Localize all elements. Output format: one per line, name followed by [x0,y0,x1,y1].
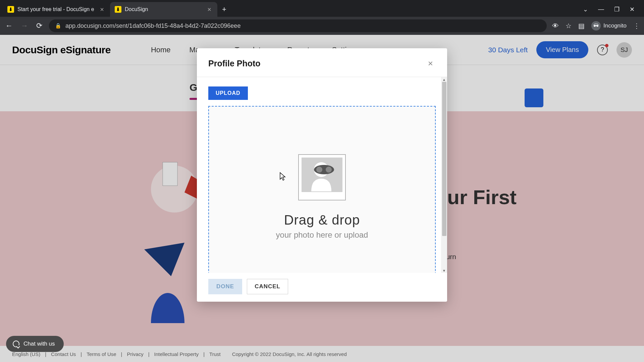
close-window-icon[interactable]: ✕ [630,6,635,13]
window-controls: ⌄ — ❐ ✕ [583,6,641,13]
footer-privacy[interactable]: Privacy [127,351,143,357]
nav-home[interactable]: Home [151,46,171,54]
tab-bar: ⬇ Start your free trial - DocuSign e × ⬇… [0,0,644,17]
avatar-placeholder-icon [305,158,339,191]
minimize-icon[interactable]: — [598,6,604,13]
photo-dropzone[interactable]: Drag & drop your photo here or upload [208,106,436,273]
chat-icon [13,341,19,347]
footer-terms[interactable]: Terms of Use [87,351,116,357]
maximize-icon[interactable]: ❐ [614,6,620,13]
modal-title: Profile Photo [208,59,261,68]
tab-close-icon[interactable]: × [206,5,213,14]
footer-ip[interactable]: Intellectual Property [154,351,199,357]
footer-copyright: Copyright © 2022 DocuSign, Inc. All righ… [232,351,347,357]
reload-button[interactable]: ⟳ [35,20,44,32]
svg-point-1 [151,293,184,323]
view-plans-button[interactable]: View Plans [536,41,588,58]
logo: DocuSign eSignature [12,44,111,56]
svg-point-5 [316,167,322,173]
chat-label: Chat with us [23,341,55,347]
live-chat-button[interactable]: Chat with us [6,336,64,352]
footer-trust[interactable]: Trust [209,351,221,357]
bg-hero-text: our First [435,186,517,209]
incognito-badge[interactable]: 🕶 Incognito [591,21,627,31]
footer-contact[interactable]: Contact Us [51,351,76,357]
trial-days-left[interactable]: 30 Days Left [488,46,528,54]
eye-off-icon[interactable]: 👁 [552,22,559,30]
address-bar: ← → ⟳ 🔒 app.docusign.com/sent/1dafc06b-f… [0,17,644,35]
tab-title: Start your free trial - DocuSign e [17,6,95,12]
tab-search-icon[interactable]: ⌄ [583,6,588,13]
url-text: app.docusign.com/sent/1dafc06b-fd15-48a4… [65,22,541,29]
incognito-icon: 🕶 [591,21,601,31]
incognito-label: Incognito [603,22,627,29]
scroll-thumb[interactable] [442,82,446,236]
new-tab-button[interactable]: + [217,5,231,14]
notification-dot-icon [605,44,608,47]
browser-tab[interactable]: ⬇ Start your free trial - DocuSign e × [3,2,110,17]
footer-language[interactable]: English (US) [12,351,40,357]
reader-icon[interactable]: ▤ [578,22,585,30]
page-title-partial: G [190,82,197,93]
favicon-icon: ⬇ [115,6,121,13]
cancel-button[interactable]: CANCEL [247,279,288,294]
dropzone-subtitle: your photo here or upload [276,230,368,240]
upload-button[interactable]: UPLOAD [208,86,248,100]
scrollbar[interactable]: ▲ ▼ [441,77,447,273]
tab-close-icon[interactable]: × [99,5,105,14]
svg-point-6 [326,167,332,173]
done-button[interactable]: DONE [208,279,242,294]
modal-close-button[interactable]: × [425,58,436,69]
scroll-up-icon[interactable]: ▲ [441,77,447,82]
footer: English (US)| Contact Us| Terms of Use| … [0,346,644,362]
forward-button: → [19,20,30,32]
placeholder-photo-frame [298,154,346,200]
dropzone-title: Drag & drop [284,213,360,228]
favicon-icon: ⬇ [7,6,14,13]
kebab-menu-icon[interactable]: ⋮ [633,22,640,30]
lock-icon: 🔒 [55,23,61,29]
browser-tab-active[interactable]: ⬇ DocuSign × [110,2,217,17]
help-button[interactable]: ? [597,45,608,55]
bookmark-star-icon[interactable]: ☆ [566,22,572,30]
tab-title: DocuSign [125,6,203,12]
bg-button [525,88,543,107]
profile-photo-modal: Profile Photo × UPLOAD [197,48,447,302]
url-box[interactable]: 🔒 app.docusign.com/sent/1dafc06b-fd15-48… [49,19,547,32]
svg-rect-2 [163,162,177,186]
back-button[interactable]: ← [4,20,14,32]
scroll-down-icon[interactable]: ▼ [441,268,447,273]
avatar[interactable]: SJ [616,42,632,58]
